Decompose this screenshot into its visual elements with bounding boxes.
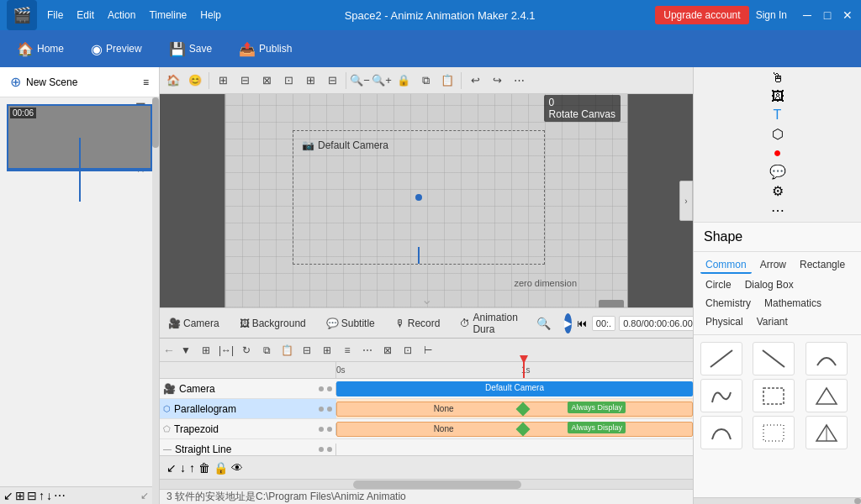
menu-help[interactable]: Help — [197, 9, 224, 21]
shape-item-curve1[interactable] — [806, 342, 848, 375]
tl-filter-icon[interactable]: ▼ — [177, 341, 195, 360]
layer-up[interactable]: ↑ — [39, 489, 45, 502]
tl-vis-dot[interactable] — [319, 447, 324, 452]
shape-item-triangle[interactable] — [806, 379, 848, 412]
collapse-right-button[interactable]: › — [679, 181, 693, 221]
tl-bar[interactable]: None — [336, 402, 693, 417]
play-button[interactable]: ▶ — [564, 313, 572, 333]
publish-button[interactable]: 📤 Publish — [232, 38, 298, 60]
paste-icon[interactable]: 📋 — [437, 71, 457, 91]
tl-lock-dot[interactable] — [327, 427, 332, 432]
tl-loop-icon[interactable]: ↻ — [237, 341, 256, 360]
home-button[interactable]: 🏠 Home — [10, 38, 71, 60]
tab-circle[interactable]: Circle — [700, 277, 737, 292]
shape-item-arc1[interactable] — [700, 379, 742, 412]
list-icon[interactable]: ≡ — [143, 76, 149, 88]
tab-common[interactable]: Common — [700, 257, 752, 274]
tl-more-3[interactable]: ≡ — [338, 341, 357, 360]
tl-group-icon[interactable]: ⊞ — [197, 341, 215, 360]
right-panel-icon-5[interactable]: ● — [774, 145, 782, 160]
tl-more-5[interactable]: ⊠ — [378, 341, 397, 360]
layer-move-down[interactable]: ↙ — [3, 489, 13, 502]
right-panel-icon-6[interactable]: 💬 — [769, 164, 786, 180]
menu-action[interactable]: Action — [104, 9, 139, 21]
tl-bar[interactable]: Default Camera — [336, 381, 693, 396]
align-center-h-icon[interactable]: ⊟ — [235, 71, 255, 91]
menu-file[interactable]: File — [44, 9, 66, 21]
tl-row-content-line1[interactable] — [336, 439, 693, 455]
tl-bottom-delete[interactable]: 🗑 — [198, 461, 210, 475]
tl-row-content-trapezoid[interactable]: None Always Display — [336, 419, 693, 438]
tl-vis-dot[interactable] — [319, 407, 324, 412]
save-button[interactable]: 💾 Save — [162, 38, 219, 60]
upgrade-button[interactable]: Upgrade account — [655, 6, 748, 24]
layer-collapse[interactable]: ⊟ — [27, 489, 37, 502]
align-bottom-icon[interactable]: ⊟ — [322, 71, 342, 91]
zoom-out-icon[interactable]: 🔍− — [350, 71, 370, 91]
camera-tool-button[interactable]: 🎥 Camera — [163, 315, 224, 332]
tl-more-1[interactable]: ⊟ — [298, 341, 316, 360]
tl-more-2[interactable]: ⊞ — [318, 341, 336, 360]
tl-vis-dot[interactable] — [319, 427, 324, 432]
tl-lock-dot[interactable] — [327, 386, 332, 391]
minimize-button[interactable]: ─ — [800, 8, 814, 22]
frame-back-icon[interactable]: ⏮ — [575, 318, 589, 329]
tl-bottom-lock[interactable]: 🔒 — [214, 461, 228, 475]
copy-icon[interactable]: ⧉ — [415, 71, 436, 91]
emoji-icon[interactable]: 😊 — [185, 71, 205, 91]
right-panel-icon-7[interactable]: ⚙ — [772, 183, 784, 199]
tl-bottom-down[interactable]: ↓ — [180, 461, 186, 475]
tl-split-icon[interactable]: |↔| — [217, 341, 235, 360]
align-top-icon[interactable]: ⊡ — [278, 71, 298, 91]
search-icon[interactable]: 🔍 — [533, 317, 554, 330]
close-button[interactable]: ✕ — [841, 8, 854, 22]
new-scene-button[interactable]: ⊕ New Scene ≡ — [0, 67, 159, 97]
tl-lock-dot[interactable] — [327, 407, 332, 412]
right-panel-icon-4[interactable]: ⬡ — [772, 126, 784, 142]
layer-expand[interactable]: ⊞ — [15, 489, 25, 502]
anim-dur-button[interactable]: ⏱ Animation Dura — [455, 309, 522, 338]
preview-button[interactable]: ◉ Preview — [84, 38, 149, 60]
tab-mathematics[interactable]: Mathematics — [759, 296, 827, 311]
tl-bottom-up[interactable]: ↑ — [189, 461, 195, 475]
undo-icon[interactable]: ↩ — [465, 71, 485, 91]
timeline-hscroll[interactable] — [160, 479, 693, 489]
maximize-button[interactable]: □ — [821, 8, 834, 22]
align-center-v-icon[interactable]: ⊞ — [300, 71, 320, 91]
tab-dialog-box[interactable]: Dialog Box — [740, 277, 799, 292]
home-canvas-icon[interactable]: 🏠 — [163, 71, 183, 91]
tab-physical[interactable]: Physical — [700, 314, 748, 329]
canvas[interactable]: 📷 Default Camera zero dimension 0 Rotate… — [224, 94, 628, 307]
tl-row-content-camera[interactable]: Default Camera — [336, 379, 693, 398]
timeline-hscroll-thumb[interactable] — [353, 480, 521, 489]
tl-playhead[interactable] — [523, 362, 525, 378]
tab-variant[interactable]: Variant — [752, 314, 793, 329]
tab-arrow[interactable]: Arrow — [755, 257, 791, 274]
tl-paste-anim[interactable]: 📋 — [277, 341, 296, 360]
tl-copy-anim[interactable]: ⧉ — [257, 341, 276, 360]
tl-more-6[interactable]: ⊡ — [399, 341, 417, 360]
lock-icon[interactable]: 🔒 — [394, 71, 414, 91]
right-panel-icon-2[interactable]: 🖼 — [771, 89, 784, 104]
subtitle-tool-button[interactable]: 💬 Subtitle — [321, 315, 380, 332]
tl-vis-dot[interactable] — [319, 386, 324, 391]
right-panel-icon-8[interactable]: ⋯ — [771, 202, 784, 218]
tl-bottom-left[interactable]: ↙ — [166, 461, 177, 475]
shape-item-rect-dash[interactable] — [753, 379, 795, 412]
shape-item-triangle2[interactable] — [806, 416, 848, 449]
tab-chemistry[interactable]: Chemistry — [700, 296, 756, 311]
shape-item-line-diag1[interactable] — [700, 342, 742, 375]
scene-thumbnail[interactable]: 00:06 — [7, 104, 152, 171]
signin-button[interactable]: Sign In — [756, 9, 787, 21]
layer-more[interactable]: ⋯ — [54, 489, 66, 502]
tl-more-4[interactable]: ⋯ — [358, 341, 377, 360]
align-left-icon[interactable]: ⊞ — [213, 71, 233, 91]
shape-item-rect-dot[interactable] — [753, 416, 795, 449]
tl-more-7[interactable]: ⊢ — [419, 341, 437, 360]
tl-lock-dot[interactable] — [327, 447, 332, 452]
tab-rectangle[interactable]: Rectangle — [795, 257, 850, 274]
menu-timeline[interactable]: Timeline — [145, 9, 190, 21]
tl-bar[interactable]: None — [336, 422, 693, 437]
right-panel-scrollbar[interactable] — [694, 497, 861, 504]
layer-down[interactable]: ↓ — [46, 489, 52, 502]
